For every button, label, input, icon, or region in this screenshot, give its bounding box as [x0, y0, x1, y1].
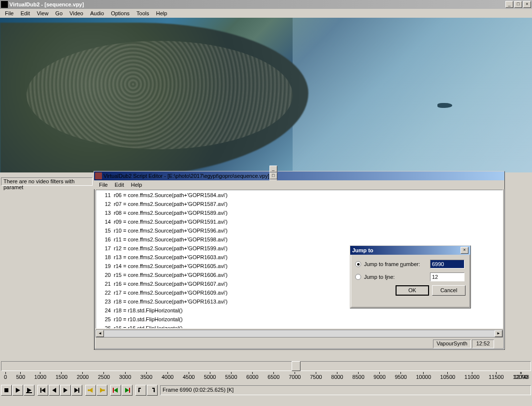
ruler-tick: 10500 — [440, 372, 456, 382]
ruler-tick: 6000 — [246, 372, 258, 382]
script-editor-icon — [95, 172, 102, 179]
svg-marker-1 — [16, 388, 20, 393]
label-jump-frame: Jump to frame number: — [364, 261, 427, 267]
script-editor-titlebar[interactable]: VirtualDub2 Script Editor - [E:\photo\20… — [94, 171, 504, 180]
menu-edit[interactable]: Edit — [18, 10, 33, 17]
ruler-tick: 5500 — [225, 372, 237, 382]
video-content — [293, 18, 532, 172]
ruler-tick: 9500 — [395, 372, 406, 382]
svg-rect-17 — [129, 388, 130, 393]
svg-marker-18 — [138, 391, 140, 392]
play-output-button[interactable] — [24, 385, 34, 396]
next-keyframe-button[interactable] — [97, 385, 107, 396]
transport-toolbar: Frame 6990 (0:02:25.625) [K] — [1, 384, 531, 396]
svg-marker-16 — [125, 388, 129, 393]
ruler-tick: 8500 — [352, 372, 364, 382]
jump-to-dialog: Jump to × Jump to frame number: Jump to … — [350, 245, 471, 308]
app-icon — [1, 1, 8, 8]
step-back-button[interactable] — [49, 385, 60, 396]
main-close-button[interactable]: × — [523, 1, 531, 8]
cancel-button[interactable]: Cancel — [432, 285, 466, 296]
main-minimize-button[interactable]: _ — [505, 1, 513, 8]
ruler-tick: 2500 — [98, 372, 110, 382]
ruler-last: 12748 — [514, 372, 529, 380]
play-input-button[interactable] — [12, 385, 23, 396]
svg-marker-5 — [41, 388, 45, 393]
timeline-thumb[interactable] — [292, 361, 300, 371]
input-line-number[interactable] — [430, 272, 465, 281]
main-menubar: File Edit View Go Video Audio Options To… — [0, 9, 532, 18]
svg-marker-7 — [64, 388, 67, 393]
scroll-left-button[interactable]: ◄ — [96, 330, 104, 337]
svg-marker-19 — [153, 391, 155, 392]
ruler-tick: 4500 — [183, 372, 195, 382]
menu-tools[interactable]: Tools — [133, 10, 152, 17]
script-menu-help[interactable]: Help — [128, 181, 145, 188]
menu-options[interactable]: Options — [108, 10, 133, 17]
stop-button[interactable] — [1, 385, 12, 396]
ruler-tick: 9000 — [373, 372, 385, 382]
radio-jump-frame[interactable] — [355, 261, 361, 267]
ruler-tick: 0 — [4, 372, 7, 382]
menu-help[interactable]: Help — [153, 10, 170, 17]
svg-rect-4 — [40, 388, 41, 393]
filter-params-bar: There are no video filters with paramet — [1, 177, 93, 186]
step-forward-button[interactable] — [60, 385, 71, 396]
jump-dialog-titlebar[interactable]: Jump to × — [350, 246, 470, 255]
main-maximize-button[interactable]: □ — [514, 1, 522, 8]
ruler-tick: 11500 — [489, 372, 504, 382]
ruler-tick: 10000 — [416, 372, 431, 382]
mark-in-button[interactable] — [135, 385, 146, 396]
jump-dialog-close-button[interactable]: × — [461, 247, 468, 254]
status-cursor-pos: 12:52 — [472, 339, 494, 348]
ruler-tick: 7000 — [289, 372, 300, 382]
video-content — [27, 41, 293, 149]
script-menu-file[interactable]: File — [96, 181, 111, 188]
next-scene-button[interactable] — [122, 385, 133, 396]
menu-view[interactable]: View — [34, 10, 52, 17]
scroll-track[interactable] — [104, 330, 495, 337]
svg-rect-3 — [26, 392, 32, 393]
svg-rect-0 — [4, 388, 8, 392]
ruler-tick: 1500 — [56, 372, 67, 382]
script-horizontal-scrollbar[interactable]: ◄ ► — [96, 330, 503, 338]
ruler-tick: 2000 — [77, 372, 89, 382]
mark-out-button[interactable] — [147, 385, 158, 396]
svg-marker-6 — [52, 388, 56, 393]
goto-start-button[interactable] — [37, 385, 48, 396]
ruler-tick: 1000 — [34, 372, 46, 382]
script-menu-edit[interactable]: Edit — [112, 181, 127, 188]
scroll-right-button[interactable]: ► — [495, 330, 502, 337]
radio-jump-line[interactable] — [355, 274, 361, 280]
script-minimize-button[interactable]: _ — [269, 166, 277, 172]
main-window-title: VirtualDub2 - [sequence.vpy] — [9, 1, 505, 7]
menu-go[interactable]: Go — [52, 10, 66, 17]
status-engine: VapourSynth — [433, 339, 471, 348]
svg-marker-8 — [74, 388, 78, 393]
ruler-tick: 4000 — [162, 372, 173, 382]
goto-end-button[interactable] — [71, 385, 82, 396]
input-frame-number[interactable] — [430, 260, 465, 269]
script-editor-statusbar: VapourSynth 12:52 — [96, 339, 503, 348]
ruler-tick: 6500 — [267, 372, 279, 382]
ruler-tick: 7500 — [310, 372, 322, 382]
menu-audio[interactable]: Audio — [87, 10, 107, 17]
video-preview[interactable] — [0, 18, 532, 172]
ok-button[interactable]: OK — [396, 285, 429, 296]
script-maximize-button[interactable]: □ — [269, 172, 277, 179]
prev-keyframe-button[interactable] — [85, 385, 96, 396]
prev-scene-button[interactable] — [110, 385, 121, 396]
svg-rect-15 — [113, 388, 114, 393]
menu-file[interactable]: File — [2, 10, 17, 17]
line-number-gutter: 11121314151617181920212223242526 — [96, 190, 113, 328]
ruler-tick: 8000 — [331, 372, 343, 382]
ruler-tick: 11000 — [465, 372, 480, 382]
menu-video[interactable]: Video — [66, 10, 86, 17]
timeline-ruler: 0500100015002000250030003500400045005000… — [1, 371, 531, 382]
timeline-track[interactable] — [1, 361, 531, 371]
jump-dialog-title: Jump to — [352, 247, 461, 253]
svg-point-13 — [103, 389, 105, 391]
ruler-tick: 3500 — [140, 372, 152, 382]
timeline: 0500100015002000250030003500400045005000… — [1, 361, 531, 382]
frame-status: Frame 6990 (0:02:25.625) [K] — [160, 385, 531, 395]
